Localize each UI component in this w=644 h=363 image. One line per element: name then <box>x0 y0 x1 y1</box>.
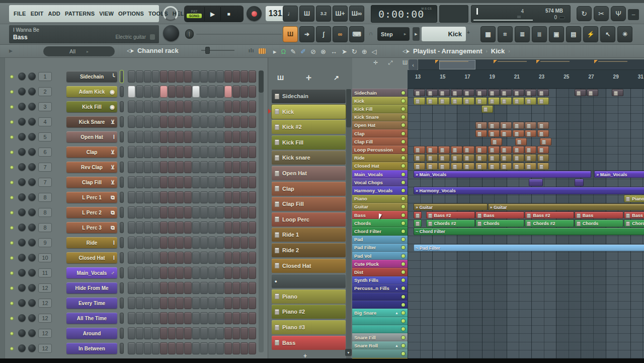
pat-song-switch[interactable]: PAT SONG <box>184 10 204 18</box>
step-cell-3[interactable] <box>144 206 151 219</box>
pattern-clip[interactable] <box>438 154 450 162</box>
step-cell-16[interactable] <box>249 267 256 279</box>
step-cell-3[interactable] <box>144 327 151 339</box>
step-cell-3[interactable] <box>144 267 151 279</box>
pattern-clip[interactable] <box>537 163 549 170</box>
channel-pan-knob[interactable] <box>18 224 26 231</box>
step-cell-7[interactable] <box>176 297 184 309</box>
step-cell-4[interactable] <box>152 267 159 279</box>
pattern-item-ride-2[interactable]: Ride 2 <box>272 243 346 257</box>
playlist-track-group-28[interactable] <box>352 317 408 325</box>
wait-for-input-button[interactable]: Ш <box>299 6 314 22</box>
step-cell-1[interactable] <box>128 101 135 113</box>
channel-mute-cell[interactable] <box>120 267 124 278</box>
step-cell-16[interactable] <box>249 297 256 309</box>
step-cell-11[interactable] <box>208 116 216 128</box>
step-cell-8[interactable] <box>184 161 192 173</box>
playlist-track-vocal-chops[interactable]: Vocal Chops <box>352 178 408 186</box>
step-cell-3[interactable] <box>144 86 151 98</box>
step-cell-9[interactable] <box>192 327 200 339</box>
step-cell-3[interactable] <box>144 176 151 188</box>
pattern-clip[interactable] <box>475 89 487 97</box>
pattern-clip[interactable] <box>513 163 524 170</box>
paint-tool-icon[interactable]: ✐ <box>300 48 306 55</box>
pattern-clip[interactable] <box>537 154 549 162</box>
channel-volume-knob[interactable] <box>28 72 36 80</box>
pattern-clip[interactable] <box>426 163 438 170</box>
step-cell-15[interactable] <box>240 86 248 98</box>
step-cell-6[interactable] <box>168 116 176 128</box>
channel-mute-cell[interactable] <box>120 116 124 127</box>
channel-pan-knob[interactable] <box>18 148 26 156</box>
channel-mute-cell[interactable] <box>120 192 124 203</box>
play-button[interactable]: ▶ <box>204 7 220 21</box>
step-cell-15[interactable] <box>240 206 248 219</box>
playlist-track-group-29[interactable] <box>352 325 408 333</box>
step-cell-5[interactable] <box>160 176 168 188</box>
pattern-clip[interactable] <box>426 154 438 162</box>
channel-button[interactable]: L Perc 1⧉ <box>66 192 117 203</box>
channel-pan-knob[interactable] <box>18 314 26 322</box>
step-cell-15[interactable] <box>240 131 248 143</box>
rack-scrollbar-handle[interactable] <box>259 70 264 93</box>
channel-button[interactable]: Clap⊻ <box>66 147 117 158</box>
step-cell-9[interactable] <box>192 131 200 143</box>
channel-mute-cell[interactable] <box>120 70 124 83</box>
step-cell-9[interactable] <box>192 176 200 188</box>
pattern-add-spinner[interactable]: + <box>467 30 470 35</box>
step-cell-9[interactable] <box>192 297 200 309</box>
pattern-item-kick[interactable]: Kick <box>272 105 346 119</box>
channel-volume-knob[interactable] <box>28 178 36 186</box>
playlist-track-kick[interactable]: Kick <box>352 97 408 105</box>
channel-mute-cell[interactable] <box>120 86 124 97</box>
step-cell-11[interactable] <box>208 237 216 249</box>
playlist-clip-grid[interactable]: » Main_Vocals» Main_Vocals» Harmony_Voca… <box>408 89 644 358</box>
step-cell-13[interactable] <box>224 342 232 354</box>
step-cell-4[interactable] <box>152 342 159 354</box>
step-cell-7[interactable] <box>176 342 184 354</box>
channel-pan-knob[interactable] <box>18 239 26 246</box>
overview-marker-4[interactable] <box>594 60 598 63</box>
pattern-item-ride-1[interactable]: Ride 1 <box>272 228 346 242</box>
step-cell-11[interactable] <box>208 327 216 339</box>
step-cell-11[interactable] <box>208 282 216 294</box>
step-cell-5[interactable] <box>160 116 168 128</box>
step-cell-3[interactable] <box>144 101 151 113</box>
channel-mute-led[interactable] <box>10 211 14 214</box>
step-cell-8[interactable] <box>184 327 192 339</box>
channel-volume-knob[interactable] <box>28 88 36 95</box>
step-cell-1[interactable] <box>128 176 135 188</box>
channel-mute-cell[interactable] <box>120 162 124 173</box>
step-cell-9[interactable] <box>192 161 200 173</box>
playlist-track-group-25[interactable] <box>352 293 408 301</box>
step-cell-15[interactable] <box>240 116 248 128</box>
step-cell-14[interactable] <box>232 191 240 203</box>
step-cell-8[interactable] <box>184 101 192 113</box>
track-mute-led[interactable] <box>401 148 405 152</box>
step-cell-6[interactable] <box>168 312 176 324</box>
pattern-clip[interactable] <box>475 154 487 162</box>
channel-volume-knob[interactable] <box>28 284 36 292</box>
track-mute-led[interactable] <box>401 311 405 315</box>
pattern-clip[interactable] <box>500 163 512 170</box>
pattern-clip[interactable] <box>525 163 536 170</box>
track-mute-led[interactable] <box>401 99 405 103</box>
step-cell-4[interactable] <box>152 206 159 219</box>
channel-mute-cell[interactable] <box>120 207 124 218</box>
keyboard-editor-icon[interactable] <box>259 48 266 54</box>
step-cell-14[interactable] <box>232 161 240 173</box>
step-cell-6[interactable] <box>168 267 176 279</box>
step-cell-6[interactable] <box>168 146 176 158</box>
playlist-track-guitar[interactable]: Guitar <box>352 203 408 211</box>
step-cell-10[interactable] <box>200 342 208 354</box>
track-mute-led[interactable] <box>401 344 405 347</box>
step-cell-4[interactable] <box>152 101 159 113</box>
pattern-clip-bass[interactable]: Bass <box>575 211 623 219</box>
playlist-track-kick-fill[interactable]: Kick Fill <box>352 105 408 113</box>
step-cell-13[interactable] <box>224 146 232 158</box>
menu-add[interactable]: ADD <box>48 11 60 17</box>
picker-scrollbar-handle[interactable] <box>346 89 351 127</box>
rack-menu-icon[interactable]: ▶ <box>9 48 13 53</box>
step-cell-4[interactable] <box>152 116 159 128</box>
step-cell-6[interactable] <box>168 101 176 113</box>
